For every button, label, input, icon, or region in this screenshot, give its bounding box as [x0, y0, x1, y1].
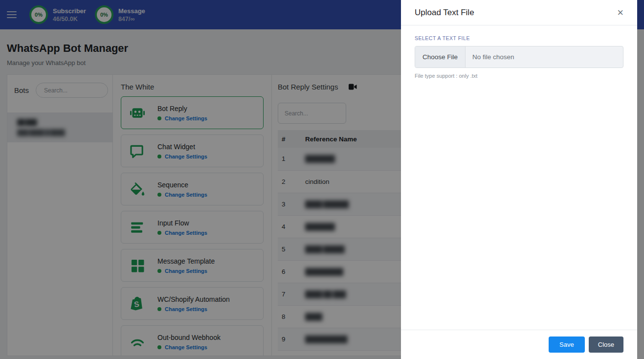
modal-header: Upload Text File × — [401, 0, 637, 25]
choose-file-button[interactable]: Choose File — [415, 46, 466, 67]
close-icon[interactable]: × — [617, 7, 623, 18]
file-input[interactable]: Choose File No file chosen — [415, 46, 623, 68]
modal-body: SELECT A TEXT FILE Choose File No file c… — [401, 25, 637, 330]
file-field-label: SELECT A TEXT FILE — [415, 35, 623, 41]
upload-text-file-modal: Upload Text File × SELECT A TEXT FILE Ch… — [401, 0, 637, 359]
modal-title: Upload Text File — [415, 8, 474, 18]
file-type-hint: File type support : only .txt — [415, 73, 623, 79]
modal-footer: Save Close — [401, 330, 637, 359]
save-button[interactable]: Save — [549, 337, 585, 353]
close-button[interactable]: Close — [589, 337, 623, 353]
file-chosen-status: No file chosen — [466, 53, 521, 61]
